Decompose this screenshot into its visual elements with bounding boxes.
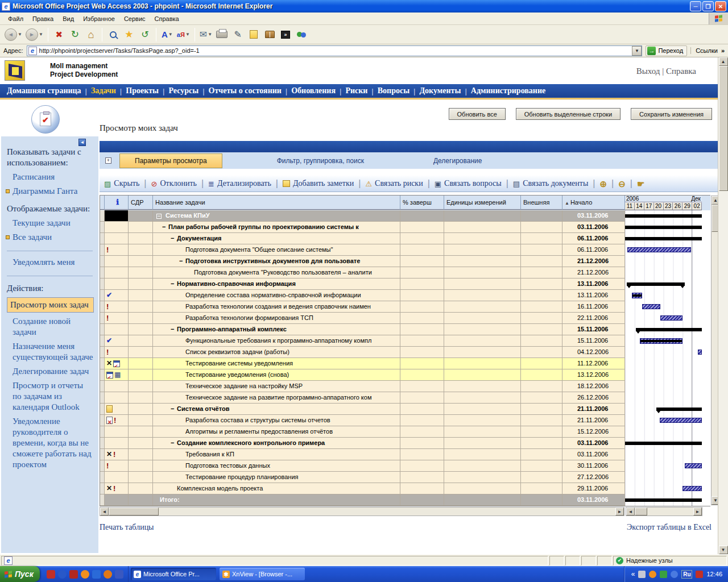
cell-units[interactable] (444, 301, 521, 313)
column-header-% заверш[interactable]: % заверш (400, 196, 444, 210)
table-row[interactable]: ✔Функциональные требования к программно-… (100, 335, 710, 347)
cell-percent-complete[interactable] (400, 335, 444, 347)
cell-units[interactable] (444, 256, 521, 267)
collapse-minus[interactable]: − (162, 222, 166, 232)
collapse-minus[interactable]: − (179, 256, 183, 267)
collapse-minus[interactable]: − (171, 233, 174, 244)
scroll-thumb[interactable] (719, 66, 728, 191)
menu-item-Вид[interactable]: Вид (58, 14, 78, 23)
cell-percent-complete[interactable] (400, 267, 444, 278)
sidebar-item[interactable]: Просмотр и отчеты по задачам из календар… (13, 380, 94, 413)
scroll-right-button[interactable]: ► (693, 508, 702, 516)
sidebar-item[interactable]: Делегирование задач (13, 366, 94, 377)
column-header-Единицы измерений[interactable]: Единицы измерений (444, 196, 521, 210)
nav-item-Вопросы[interactable]: Вопросы (378, 86, 410, 95)
cell-units[interactable] (444, 210, 521, 222)
sidebar-item[interactable]: Создание новой задачи (13, 316, 94, 338)
nav-item-Проекты[interactable]: Проекты (126, 86, 159, 95)
cell-percent-complete[interactable] (400, 210, 444, 222)
address-dropdown-button[interactable]: ▼ (632, 46, 642, 56)
nav-item-Отчеты о состоянии[interactable]: Отчеты о состоянии (209, 86, 282, 95)
table-row[interactable]: ✕!Требования к КП03.11.2006 (100, 449, 710, 460)
print-icon[interactable] (214, 27, 229, 43)
view-tab-Параметры просмотра[interactable]: Параметры просмотра (119, 153, 222, 168)
tray-user-icon[interactable] (671, 571, 678, 578)
column-header-СДР[interactable]: СДР (129, 196, 153, 210)
cell-percent-complete[interactable] (400, 278, 444, 290)
cell-percent-complete[interactable] (400, 404, 444, 415)
toolbar-action-Скрыть[interactable]: ▨Скрыть (104, 179, 139, 188)
cell-percent-complete[interactable] (400, 244, 444, 256)
collapse-minus[interactable]: − (171, 278, 174, 289)
messenger-icon[interactable] (294, 27, 309, 43)
scroll-left-button[interactable]: ◄ (626, 508, 635, 516)
column-header-ℹ[interactable]: ℹ (105, 196, 129, 210)
research-icon[interactable] (262, 27, 277, 43)
edit-icon[interactable]: ✎ (230, 27, 245, 43)
table-horizontal-scrollbar[interactable]: ◄ ► (100, 507, 624, 516)
logout-link[interactable]: Выход (636, 66, 660, 76)
cell-units[interactable] (444, 222, 521, 233)
print-table-link[interactable]: Печать таблицы (100, 523, 154, 532)
table-row[interactable]: Тестирование процедур планирования27.12.… (100, 472, 710, 483)
refresh-icon[interactable]: ↻ (68, 27, 82, 43)
table-row[interactable]: !Список реквизитов задачи (работы)04.12.… (100, 347, 710, 358)
cell-percent-complete[interactable] (400, 438, 444, 449)
back-icon[interactable]: ◄▼ (3, 27, 23, 43)
cell-units[interactable] (444, 313, 521, 324)
table-row[interactable]: Итого:03.11.2006 (100, 494, 710, 506)
action-button-Обновить выделенные строки[interactable]: Обновить выделенные строки (516, 108, 621, 120)
table-row[interactable]: !Разработка состава и структуры системы … (100, 415, 710, 426)
sidebar-item[interactable]: Уведомление руководителя о времени, когд… (13, 416, 94, 470)
history-icon[interactable]: ↺ (138, 27, 152, 43)
view-tab-Делегирование[interactable]: Делегирование (419, 154, 497, 168)
forward-icon[interactable]: ►▼ (24, 27, 44, 43)
toolbar-action-Связать вопросы[interactable]: ▣Связать вопросы (435, 179, 502, 188)
table-row[interactable]: −План работы рабочей группы по проектиро… (100, 222, 710, 233)
table-row[interactable]: ✕!Комплексная модель проекта29.11.2006 (100, 483, 710, 494)
table-row[interactable]: !Разработка технологии формирования ТСП2… (100, 313, 710, 324)
cell-units[interactable] (444, 244, 521, 256)
cell-units[interactable] (444, 324, 521, 335)
sidebar-item[interactable]: Расписания (13, 172, 94, 182)
cell-units[interactable] (444, 426, 521, 438)
cell-units[interactable] (444, 483, 521, 494)
go-button[interactable]: → Переход (646, 45, 687, 56)
table-row[interactable]: −Создание комплексного контрольного прим… (100, 438, 710, 449)
restore-button[interactable]: ❐ (702, 1, 714, 11)
table-row[interactable]: !Разработка технологии создания и ведени… (100, 301, 710, 313)
scroll-thumb[interactable] (635, 508, 647, 516)
cell-units[interactable] (444, 335, 521, 347)
translate-icon[interactable]: aЯ▼ (176, 27, 191, 43)
quick-launch-icon[interactable] (47, 570, 55, 579)
table-row[interactable]: −Нормативно-справочная информация13.11.2… (100, 278, 710, 290)
nav-item-Риски[interactable]: Риски (345, 86, 367, 95)
cell-percent-complete[interactable] (400, 222, 444, 233)
quick-launch-icon[interactable] (58, 570, 67, 579)
tray-expand-chevron[interactable]: « (631, 570, 635, 578)
tray-update-icon[interactable] (660, 571, 667, 578)
collapse-minus[interactable]: − (171, 324, 174, 335)
column-header-Название задачи[interactable]: Название задачи (153, 196, 400, 210)
sidebar-item[interactable]: Назначение меня существующей задаче (13, 341, 94, 363)
table-row[interactable]: −Система КПиУ03.11.2006 (100, 210, 710, 222)
mail-icon[interactable]: ✉▼ (198, 27, 213, 43)
cell-units[interactable] (444, 404, 521, 415)
collapse-minus[interactable]: − (171, 438, 174, 448)
cell-units[interactable] (444, 472, 521, 483)
sidebar-item[interactable]: Все задачи (13, 232, 94, 243)
stop-icon[interactable]: ✖ (52, 27, 67, 43)
cell-units[interactable] (444, 415, 521, 426)
zoom-in-icon[interactable]: ⊕ (600, 180, 607, 188)
minimize-button[interactable]: ─ (690, 1, 701, 11)
toolbar-action-Связать документы[interactable]: ▤Связать документы (513, 179, 589, 188)
start-button[interactable]: Пуск (0, 566, 40, 582)
table-row[interactable]: Техническое задание на развитие программ… (100, 392, 710, 404)
cell-percent-complete[interactable] (400, 483, 444, 494)
sidebar-collapse-button[interactable]: ◄ (78, 139, 86, 146)
tray-icon-red[interactable] (696, 571, 703, 578)
nav-item-Задачи[interactable]: Задачи (91, 86, 116, 95)
cell-units[interactable] (444, 494, 521, 506)
zoom-out-icon[interactable]: ⊖ (618, 180, 626, 188)
home-icon[interactable]: ⌂ (84, 27, 98, 43)
